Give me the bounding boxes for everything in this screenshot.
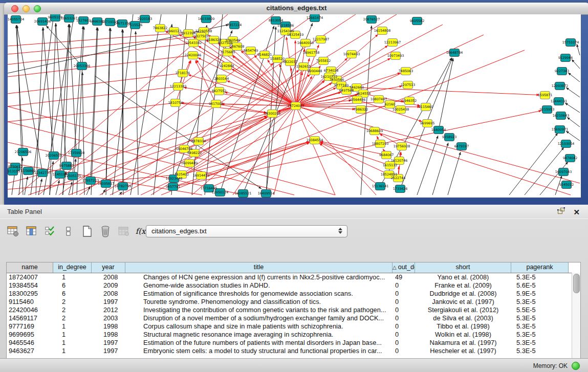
- column-header-in_degree[interactable]: in_degree: [53, 262, 92, 273]
- graph-node-label: 1527602: [76, 18, 91, 23]
- graph-node-label: 6497568: [339, 89, 354, 93]
- table-row[interactable]: 2242004622012Investigating the contribut…: [7, 306, 580, 314]
- cell-out_degree: 0: [393, 339, 415, 347]
- column-header-year[interactable]: year: [92, 262, 125, 273]
- cell-in_degree: 6: [53, 281, 92, 290]
- new-table-icon[interactable]: [80, 225, 94, 238]
- column-header-title[interactable]: title: [125, 262, 393, 273]
- cell-year: 1997: [92, 347, 125, 355]
- scrollbar-thumb[interactable]: [573, 274, 580, 293]
- black-edge: [439, 58, 453, 130]
- table-row[interactable]: 969969511998Structural magnetic resonanc…: [7, 331, 580, 339]
- table-row[interactable]: 946362711997Embryonic stem cells: a mode…: [7, 347, 580, 355]
- graph-node-label: 8813054: [269, 18, 283, 23]
- table-row[interactable]: 911546021997Tourette syndrome. Phenomeno…: [7, 298, 580, 306]
- cell-short: Tibbo et al. (1998): [415, 322, 511, 331]
- edge-arrowhead: [274, 27, 277, 30]
- graph-node-label: 10653267: [61, 16, 78, 20]
- graph-node-label: 2718176: [176, 71, 190, 75]
- graph-node-label: 3913159: [8, 169, 20, 173]
- network-window-titlebar[interactable]: citations_edges.txt: [4, 3, 588, 15]
- table-row[interactable]: 977716911998Corpus callosum shape and si…: [7, 322, 580, 331]
- delete-table-icon[interactable]: [98, 225, 112, 238]
- cell-short: de Silva et al. (2003): [415, 314, 511, 322]
- red-edge: [8, 86, 178, 106]
- column-header-short[interactable]: short: [415, 262, 511, 273]
- cell-short: Franke et al. (2009): [415, 281, 511, 290]
- edge-arrowhead: [55, 23, 57, 26]
- vertical-scrollbar[interactable]: [572, 273, 580, 358]
- table-settings-icon[interactable]: [6, 225, 20, 238]
- graph-node-label: 12342737: [34, 171, 51, 175]
- cell-in_degree: 1: [53, 347, 92, 355]
- graph-node-label: 7515526: [128, 23, 142, 27]
- table-row[interactable]: 1872400712008Changes of HCN gene express…: [7, 273, 580, 281]
- black-edge: [70, 24, 76, 153]
- graph-node-label: 9215953: [540, 107, 554, 112]
- cell-out_degree: 0: [393, 306, 415, 314]
- cell-title: Disruption of a novel member of a sodium…: [125, 314, 393, 322]
- black-edge: [540, 162, 568, 195]
- graph-node-label: 1615132: [383, 163, 397, 167]
- graph-node-label: 9777169: [334, 83, 349, 87]
- cell-short: Nakamura et al. (1997): [415, 339, 511, 347]
- graph-node-label: 1595871: [538, 93, 552, 97]
- graph-node-label: 9129946: [558, 56, 573, 60]
- table-row[interactable]: 1938455462009Genome-wide association stu…: [7, 281, 580, 290]
- network-view-canvas[interactable]: 1405572420691406960510910653267152760264…: [8, 14, 581, 198]
- edge-arrowhead: [230, 30, 232, 33]
- column-header-pagerank[interactable]: pagerank: [511, 262, 569, 273]
- graph-node-label: 16210643: [553, 114, 570, 118]
- select-columns-icon[interactable]: [25, 225, 38, 238]
- table-row[interactable]: 946554611997Estimation of the future num…: [7, 339, 580, 347]
- cell-title: Estimation of significance thresholds fo…: [125, 290, 393, 298]
- graph-node-label: 9684067: [379, 153, 394, 157]
- close-panel-icon[interactable]: ✕: [573, 208, 580, 216]
- graph-node-label: 16097043: [555, 170, 572, 174]
- table-row[interactable]: 1830029562008Estimation of significance …: [7, 290, 580, 298]
- graph-node-label: 2867608: [230, 45, 244, 49]
- cell-title: Genome-wide association studies in ADHD.: [125, 281, 393, 290]
- red-edge: [182, 142, 309, 174]
- cell-in_degree: 1: [53, 322, 92, 331]
- graph-node-label: 9975887: [59, 164, 74, 168]
- table-selector-dropdown[interactable]: citations_edges.txt: [146, 225, 347, 237]
- cell-pagerank: 5.3E-5: [511, 339, 569, 347]
- cell-year: 2009: [92, 281, 125, 290]
- graph-node-label: 1156869: [21, 169, 35, 173]
- row-height-icon[interactable]: [61, 225, 75, 238]
- graph-node-label: 9960123: [167, 29, 181, 33]
- cell-out_degree: 0: [393, 331, 415, 339]
- red-edge: [209, 143, 310, 188]
- graph-node-label: 7450566: [330, 78, 344, 82]
- memory-status-label: Memory: OK: [533, 362, 568, 369]
- cell-in_degree: 2: [53, 298, 92, 306]
- graph-node-label: 9146821: [257, 53, 272, 57]
- cell-title: Tourette syndrome. Phenomenology and cla…: [125, 298, 393, 306]
- cell-year: 1997: [92, 298, 125, 306]
- graph-node-label: 16782759: [115, 184, 132, 188]
- table-panel-header: Table Panel ✕: [0, 205, 588, 219]
- network-window: citations_edges.txt 14055724206914069605…: [4, 3, 588, 205]
- cell-year: 2003: [92, 314, 125, 322]
- cell-out_degree: 0: [393, 314, 415, 322]
- graph-node-label: 1733426: [393, 187, 407, 191]
- column-header-name[interactable]: name: [7, 262, 53, 273]
- edge-arrowhead: [81, 72, 84, 75]
- graph-node-label: 9699695: [420, 121, 434, 125]
- graph-node-label: 7463822: [153, 26, 167, 30]
- cell-out_degree: 0: [393, 290, 415, 298]
- float-window-icon[interactable]: [557, 207, 565, 216]
- cell-title: Corpus callosum shape and size in male p…: [125, 322, 393, 331]
- apply-checks-icon[interactable]: [43, 225, 57, 238]
- graph-node-label: 10807467: [371, 97, 387, 101]
- cell-name: 18724007: [7, 273, 53, 281]
- cell-pagerank: 5.6E-5: [511, 281, 569, 290]
- table-row[interactable]: 1456911722003Disruption of a novel membe…: [7, 314, 580, 322]
- network-graph[interactable]: 1405572420691406960510910653267152760264…: [8, 14, 581, 198]
- cell-short: Wolkin et al. (1998): [415, 331, 511, 339]
- graph-node-label: 5822037: [283, 60, 297, 64]
- graph-node-label: 62160: [385, 102, 395, 106]
- memory-ok-indicator[interactable]: [572, 362, 580, 370]
- column-header-out_de[interactable]: △out_de...: [393, 262, 415, 273]
